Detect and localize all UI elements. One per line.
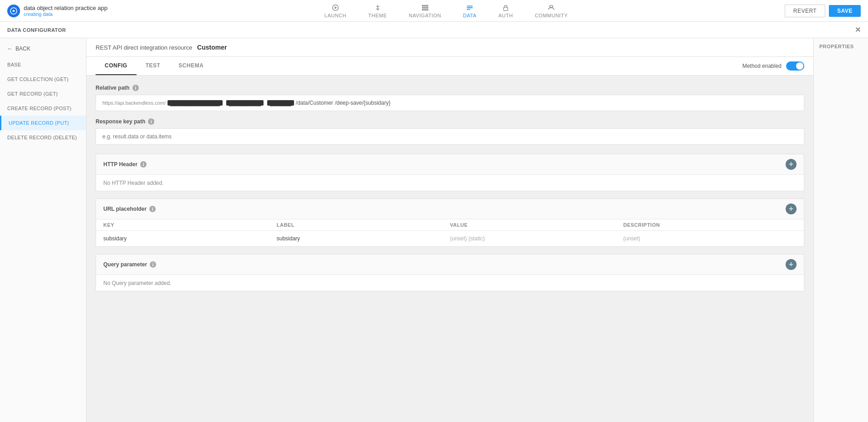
tab-schema[interactable]: SCHEMA (169, 57, 213, 75)
svg-rect-7 (549, 5, 553, 7)
tab-test[interactable]: TEST (137, 57, 170, 75)
main-layout: ← BACK BASE GET COLLECTION (GET) GET REC… (0, 38, 868, 422)
response-key-info-icon: i (148, 118, 154, 125)
method-enabled-label: Method enabled (742, 63, 782, 69)
nav-item-auth[interactable]: AUTH (495, 2, 517, 20)
http-header-info-icon: i (140, 161, 147, 168)
nav-item-community[interactable]: COMMUNITY (531, 2, 571, 20)
url-redacted-1: ██████████████ (168, 100, 223, 106)
nav-item-navigation[interactable]: NAVIGATION (405, 2, 445, 20)
table-row[interactable]: subsidary subsidary (unset) (static) (un… (96, 231, 804, 246)
second-bar: DATA CONFIGURATOR ✕ (0, 22, 868, 38)
nav-label-community: COMMUNITY (535, 13, 568, 18)
back-arrow-icon: ← (7, 46, 13, 52)
url-placeholder-section: URL placeholder i + KEY LABEL VALUE DESC… (96, 198, 804, 247)
save-button[interactable]: SAVE (829, 5, 861, 17)
url-input-box[interactable]: https://api.backendless.com/ ███████████… (96, 95, 804, 111)
response-key-input[interactable] (96, 128, 804, 145)
svg-rect-5 (422, 9, 428, 10)
resource-label: REST API direct integration resource (96, 44, 192, 51)
logo-icon (7, 5, 20, 17)
data-configurator-title: DATA CONFIGURATOR (7, 27, 66, 33)
close-button[interactable]: ✕ (853, 25, 863, 35)
app-subtitle: creating data (24, 11, 107, 17)
svg-rect-6 (503, 7, 508, 10)
top-nav: data object relation practice app creati… (0, 0, 868, 22)
sidebar-item-base[interactable]: BASE (0, 57, 86, 72)
nav-item-launch[interactable]: LAUNCH (321, 2, 350, 20)
resource-header: REST API direct integration resource Cus… (86, 38, 813, 57)
nav-actions: REVERT SAVE (785, 5, 861, 17)
url-path: /data/Customer (296, 100, 333, 106)
nav-label-auth: AUTH (498, 13, 513, 18)
tabs: CONFIG TEST SCHEMA (96, 57, 213, 75)
http-header-section: HTTP Header i + No HTTP Header added. (96, 154, 804, 191)
svg-marker-2 (335, 6, 337, 9)
add-query-parameter-button[interactable]: + (786, 259, 797, 270)
relative-path-section-title: Relative path i (96, 85, 804, 91)
sidebar-item-delete-record[interactable]: DELETE RECORD (DELETE) (0, 130, 86, 145)
http-header-title: HTTP Header i (103, 161, 147, 168)
query-parameter-info-icon: i (150, 261, 156, 268)
http-header-header: HTTP Header i + (96, 154, 804, 175)
query-parameter-header: Query parameter i + (96, 254, 804, 275)
sidebar: ← BACK BASE GET COLLECTION (GET) GET REC… (0, 38, 86, 422)
nav-item-theme[interactable]: THEME (365, 2, 391, 20)
nav-label-data: DATA (463, 13, 477, 18)
http-header-body: No HTTP Header added. (96, 175, 804, 191)
nav-label-navigation: NAVIGATION (409, 13, 441, 18)
back-label: BACK (15, 46, 30, 52)
nav-label-theme: THEME (368, 13, 387, 18)
sidebar-item-get-record[interactable]: GET RECORD (GET) (0, 86, 86, 101)
svg-rect-3 (422, 5, 428, 6)
url-placeholder-header: URL placeholder i + (96, 199, 804, 219)
url-placeholder-title: URL placeholder i (103, 206, 156, 212)
url-redacted-2: █████████ (226, 100, 264, 106)
properties-title: PROPERTIES (819, 44, 863, 49)
no-http-header-text: No HTTP Header added. (103, 178, 164, 188)
svg-rect-4 (422, 7, 428, 8)
relative-path-info-icon: i (132, 85, 139, 91)
tabs-bar: CONFIG TEST SCHEMA Method enabled (86, 57, 813, 76)
query-parameter-body: No Query parameter added. (96, 275, 804, 291)
method-enabled-toggle[interactable] (786, 61, 804, 71)
revert-button[interactable]: REVERT (785, 5, 825, 17)
response-key-section-title: Response key path i (96, 118, 804, 125)
url-redacted-3: ██████ (267, 100, 294, 106)
add-http-header-button[interactable]: + (786, 159, 797, 170)
app-title: data object relation practice app (24, 5, 107, 11)
sidebar-item-get-collection[interactable]: GET COLLECTION (GET) (0, 72, 86, 86)
method-toggle: Method enabled (742, 61, 804, 71)
query-parameter-title: Query parameter i (103, 261, 156, 268)
url-placeholder-table-header: KEY LABEL VALUE DESCRIPTION (96, 219, 804, 231)
resource-name: Customer (197, 44, 227, 51)
url-placeholder-info-icon: i (149, 206, 156, 212)
content-area: REST API direct integration resource Cus… (86, 38, 813, 422)
properties-panel: PROPERTIES (813, 38, 868, 422)
nav-center: LAUNCH THEME NAVIGATION DATA AUTH COMMUN… (107, 2, 784, 20)
config-content: Relative path i https://api.backendless.… (86, 76, 813, 308)
tab-config[interactable]: CONFIG (96, 57, 137, 75)
add-url-placeholder-button[interactable]: + (786, 203, 797, 214)
nav-label-launch: LAUNCH (325, 13, 346, 18)
sidebar-item-create-record[interactable]: CREATE RECORD (POST) (0, 101, 86, 116)
sidebar-item-update-record[interactable]: UPDATE RECORD (PUT) (0, 116, 86, 130)
url-suffix: /deep-save/{subsidary} (335, 100, 391, 106)
no-query-parameter-text: No Query parameter added. (103, 278, 171, 288)
app-title-group: data object relation practice app creati… (24, 5, 107, 17)
back-button[interactable]: ← BACK (0, 42, 86, 56)
app-logo: data object relation practice app creati… (7, 5, 107, 17)
query-parameter-section: Query parameter i + No Query parameter a… (96, 254, 804, 291)
nav-item-data[interactable]: DATA (459, 2, 480, 20)
url-base: https://api.backendless.com/ (102, 100, 166, 106)
